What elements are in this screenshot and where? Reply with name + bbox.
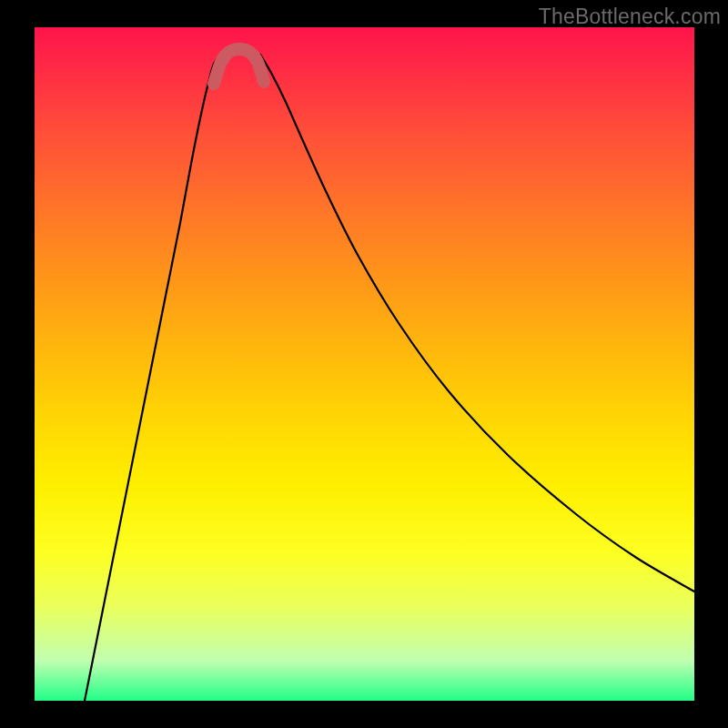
plot-area	[35, 27, 694, 701]
left-curve	[85, 55, 221, 701]
optimal-highlight	[214, 49, 264, 84]
watermark-text: TheBottleneck.com	[539, 5, 721, 29]
right-curve	[260, 55, 694, 592]
chart-svg	[35, 27, 694, 701]
chart-frame: TheBottleneck.com	[0, 0, 728, 728]
